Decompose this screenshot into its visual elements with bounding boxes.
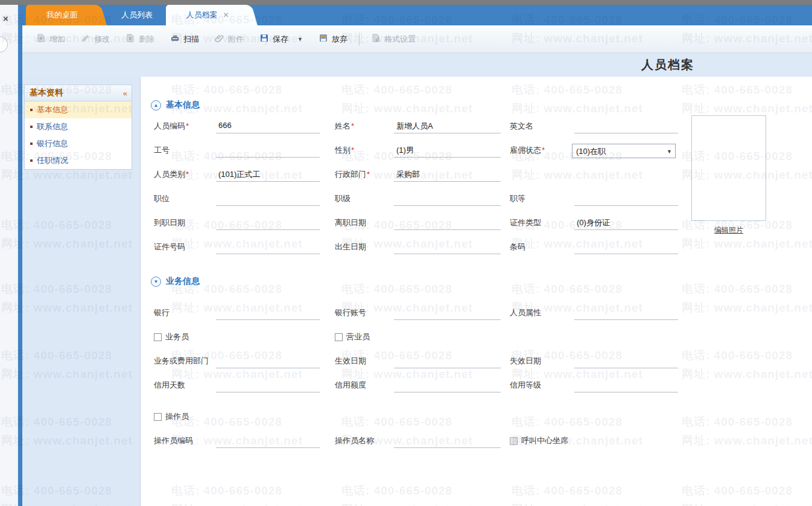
form-cell: 信用等级 (510, 372, 812, 396)
checkbox-disabled: 呼叫中心坐席 (510, 435, 568, 446)
field-label: 生效日期 (335, 356, 366, 367)
tab-2[interactable]: 人员档案✕ (166, 5, 249, 25)
form-cell: 人员类别*(101)正式工 (154, 161, 335, 185)
field-input[interactable] (574, 242, 678, 254)
field-input[interactable] (216, 307, 320, 320)
section-title: 业务信息 (166, 276, 200, 287)
panel-handle[interactable] (0, 36, 8, 53)
form-cell (510, 403, 812, 428)
form-cell: 出生日期 (335, 234, 510, 258)
tab-1[interactable]: 人员列表 (107, 5, 167, 25)
form-cell: 呼叫中心坐席 (510, 428, 812, 452)
toolbar-button-label: 扫描 (183, 34, 199, 45)
save-button[interactable]: 保存▼ (252, 30, 311, 48)
field-label: 职位 (154, 193, 170, 204)
field-input[interactable]: (101)正式工 (216, 169, 320, 182)
form-cell: 生效日期 (335, 348, 510, 372)
field-label-text: 人员编码 (154, 121, 185, 130)
sidebar-item-0[interactable]: 基本信息 (25, 101, 132, 118)
checkbox-option[interactable]: 营业员 (335, 331, 370, 342)
field-input[interactable] (394, 217, 501, 230)
page-title: 人员档案 (601, 57, 734, 73)
checkbox-box (510, 437, 518, 445)
close-icon[interactable]: × (3, 13, 8, 24)
field-input[interactable] (394, 435, 501, 448)
field-label-text: 信用额度 (335, 380, 366, 389)
toolbar-button-label: 删除 (139, 34, 154, 45)
sidebar: 基本资料 « 基本信息联系信息银行信息任职情况 (22, 77, 141, 506)
combo-select[interactable]: (10)在职▼ (572, 144, 676, 158)
field-label-text: 工号 (154, 146, 170, 155)
attachment-icon (215, 33, 224, 45)
field-input[interactable]: 新增人员A (394, 121, 501, 133)
field-input[interactable] (574, 380, 678, 392)
tab-label: 人员档案 (186, 10, 217, 21)
sidebar-item-3[interactable]: 任职情况 (25, 152, 132, 169)
field-input[interactable] (394, 193, 501, 206)
field-input[interactable]: 采购部 (394, 169, 501, 182)
form-cell: 业务或费用部门 (154, 348, 335, 372)
field-label-text: 信用等级 (510, 380, 541, 389)
checkbox-option[interactable]: 操作员 (154, 411, 189, 422)
discard-button[interactable]: 放弃 (311, 30, 355, 48)
field-input[interactable] (394, 307, 501, 320)
form-row: 操作员编码操作员名称呼叫中心坐席 (141, 428, 812, 452)
field-label: 银行账号 (335, 307, 366, 318)
field-input[interactable] (216, 435, 320, 448)
collapse-sidebar-button[interactable]: « (123, 89, 127, 98)
tab-close-icon[interactable]: ✕ (223, 11, 229, 19)
field-label-text: 英文名 (510, 121, 533, 130)
field-input[interactable] (394, 380, 501, 392)
sidebar-item-2[interactable]: 银行信息 (25, 135, 132, 152)
field-input[interactable] (216, 145, 320, 158)
form-cell: 人员编码*666 (154, 113, 335, 137)
checkbox-box[interactable] (335, 333, 343, 341)
checkbox-box[interactable] (154, 413, 162, 421)
sidebar-item-label: 联系信息 (37, 121, 68, 132)
form-cell: 银行账号 (335, 299, 510, 324)
field-label-text: 业务或费用部门 (154, 356, 209, 365)
field-input[interactable] (216, 242, 320, 254)
field-input[interactable]: (0)身份证 (574, 217, 678, 230)
field-input[interactable] (574, 307, 678, 320)
checkbox-option[interactable]: 业务员 (154, 331, 189, 342)
field-label-text: 条码 (510, 242, 525, 251)
required-asterisk: * (351, 146, 354, 155)
tab-0[interactable]: 我的桌面 (26, 5, 98, 25)
photo-placeholder[interactable] (691, 115, 766, 221)
form-cell (510, 161, 812, 185)
field-input[interactable] (394, 242, 501, 254)
edit-photo-link[interactable]: 编辑照片 (691, 225, 766, 235)
field-label-text: 人员类别 (154, 170, 185, 179)
field-input[interactable] (216, 217, 320, 230)
edit-button: 修改 (73, 30, 118, 48)
field-input[interactable] (574, 121, 678, 133)
field-input[interactable]: 666 (216, 121, 320, 133)
field-label-text: 行政部门 (335, 170, 366, 179)
field-input[interactable] (216, 356, 320, 368)
format-icon (371, 33, 381, 45)
form-cell: 雇佣状态*(10)在职▼ (510, 137, 812, 161)
field-input[interactable] (574, 193, 678, 206)
scan-button[interactable]: 扫描 (162, 30, 207, 48)
field-input[interactable] (394, 356, 501, 368)
form-cell: 营业员 (335, 324, 510, 348)
toolbar-button-label: 增加 (49, 34, 65, 45)
field-input[interactable] (216, 193, 320, 206)
form-cell: 性别*(1)男 (335, 137, 510, 161)
discard-icon (319, 33, 328, 45)
section-toggle-icon[interactable]: ▼ (151, 277, 161, 287)
bullet-icon (30, 109, 33, 111)
section-toggle-icon[interactable]: ▲ (151, 100, 161, 110)
form-cell: 证件号码 (154, 234, 335, 258)
chevron-down-icon: ▼ (667, 149, 672, 155)
save-dropdown-caret[interactable]: ▼ (297, 36, 303, 42)
field-input[interactable] (216, 380, 320, 392)
form-cell: 职位 (154, 185, 335, 210)
field-input[interactable] (574, 356, 678, 368)
field-label: 失效日期 (510, 356, 541, 367)
checkbox-box[interactable] (154, 333, 162, 341)
field-input[interactable]: (1)男 (394, 145, 501, 158)
sidebar-item-1[interactable]: 联系信息 (25, 118, 132, 135)
add-icon (36, 33, 46, 45)
